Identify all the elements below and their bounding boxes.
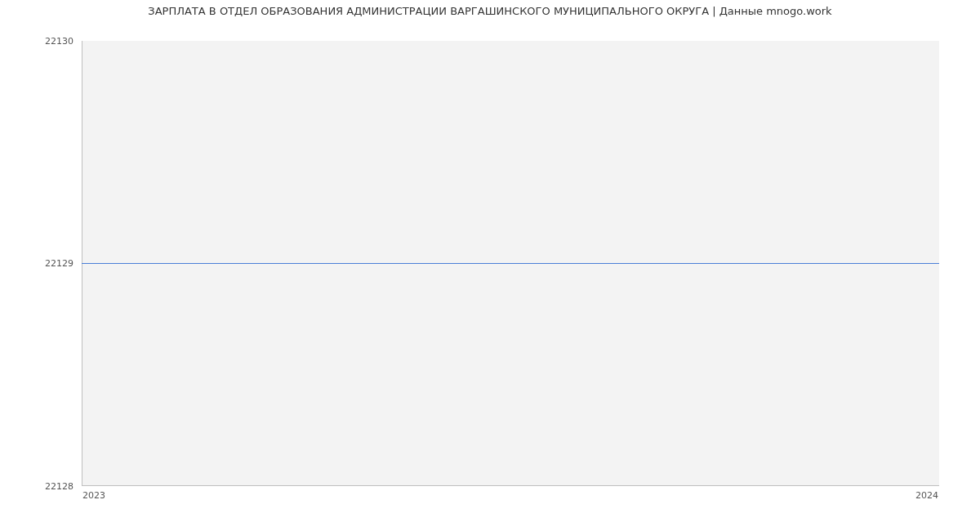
chart-title: ЗАРПЛАТА В ОТДЕЛ ОБРАЗОВАНИЯ АДМИНИСТРАЦ… xyxy=(0,5,980,17)
xtick-1: 2024 xyxy=(915,490,938,501)
xtick-0: 2023 xyxy=(82,490,105,501)
ytick-1: 22129 xyxy=(0,258,74,269)
ytick-0: 22128 xyxy=(0,481,74,492)
data-line-salary xyxy=(82,263,939,264)
salary-chart: ЗАРПЛАТА В ОТДЕЛ ОБРАЗОВАНИЯ АДМИНИСТРАЦ… xyxy=(0,0,980,531)
ytick-2: 22130 xyxy=(0,36,74,47)
